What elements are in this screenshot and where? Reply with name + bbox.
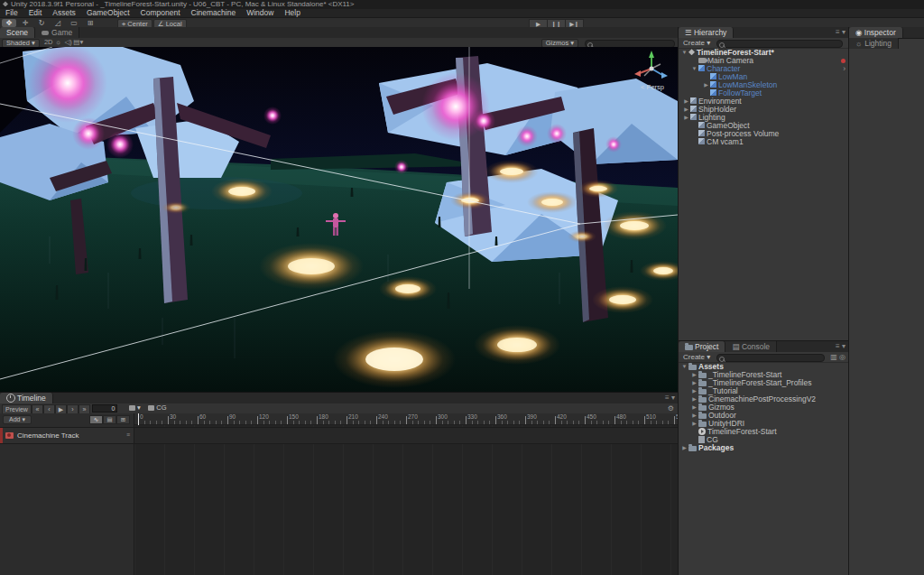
move-tool-button[interactable]: ✛ bbox=[18, 19, 32, 27]
expander-icon[interactable]: ▼ bbox=[680, 49, 688, 57]
cinemachine-track-icon bbox=[5, 432, 14, 439]
unity-logo-icon bbox=[3, 1, 8, 6]
cinemachine-track-lane[interactable] bbox=[134, 427, 678, 444]
tab-game[interactable]: Game bbox=[35, 27, 79, 38]
expander-icon[interactable]: ▶ bbox=[690, 395, 698, 403]
menu-assets[interactable]: Assets bbox=[52, 8, 76, 17]
expander-icon[interactable]: ▶ bbox=[690, 371, 698, 379]
expander-icon[interactable]: ▶ bbox=[690, 387, 698, 395]
scale-tool-button[interactable]: ◿ bbox=[51, 19, 65, 27]
menu-cinemachine[interactable]: Cinemachine bbox=[191, 8, 236, 17]
expander-icon[interactable]: ▶ bbox=[682, 97, 690, 106]
menu-file[interactable]: File bbox=[5, 8, 18, 17]
create-label: Create bbox=[683, 353, 705, 361]
hierarchy-panel: ☰ Hierarchy ≡ ▾ Create ▾ ▼TimelineForest… bbox=[678, 27, 848, 341]
project-tree: ▼Assets ▶_TimelineForest-Start ▶_Timelin… bbox=[679, 363, 848, 575]
project-item-folder[interactable]: ▶CinemachinePostProcessingV2 bbox=[679, 395, 848, 403]
hierarchy-create-button[interactable]: Create ▾ bbox=[680, 39, 713, 47]
prefab-arrow-icon[interactable]: › bbox=[843, 65, 845, 73]
timeline-asset-icon bbox=[698, 428, 706, 435]
timeline-playhead[interactable] bbox=[138, 413, 139, 425]
perspective-label[interactable]: < Persp bbox=[632, 83, 673, 91]
hierarchy-item-cm-vcam1[interactable]: CM vcam1 bbox=[679, 138, 848, 146]
hierarchy-item-character[interactable]: ▼Character› bbox=[679, 65, 848, 73]
track-label: Cinemachine Track bbox=[17, 431, 79, 440]
hierarchy-item-lighting[interactable]: ▶Lighting bbox=[679, 114, 848, 122]
tab-hierarchy[interactable]: ☰ Hierarchy bbox=[679, 27, 734, 38]
clock-icon bbox=[6, 394, 15, 403]
folder-icon bbox=[698, 389, 707, 394]
hand-tool-button[interactable]: ✥ bbox=[2, 19, 16, 27]
expander-icon[interactable]: ▶ bbox=[690, 403, 698, 412]
curves-view-button[interactable]: ∿ bbox=[89, 415, 103, 424]
timeline-settings-gear-icon[interactable]: ⚙ bbox=[668, 404, 674, 413]
hierarchy-item-postprocess-volume[interactable]: Post-process Volume bbox=[679, 130, 848, 138]
project-item-folder[interactable]: ▶Gizmos bbox=[679, 403, 848, 412]
ruler-label: 60 bbox=[199, 413, 206, 420]
hierarchy-search-input[interactable] bbox=[716, 40, 843, 48]
frame-field[interactable]: 0 bbox=[92, 404, 117, 413]
folder-icon bbox=[698, 381, 707, 386]
hierarchy-item-lowmanskeleton[interactable]: ▶LowManSkeleton bbox=[679, 81, 848, 89]
hierarchy-item-main-camera[interactable]: Main Camera bbox=[679, 57, 848, 65]
menu-edit[interactable]: Edit bbox=[29, 8, 42, 17]
tab-lighting-label: Lighting bbox=[864, 39, 892, 48]
tab-scene[interactable]: Scene bbox=[0, 27, 35, 38]
tab-project[interactable]: Project bbox=[679, 341, 725, 352]
rect-tool-button[interactable]: ▭ bbox=[67, 19, 81, 27]
ruler-label: 480 bbox=[616, 413, 626, 420]
menu-window[interactable]: Window bbox=[246, 8, 273, 17]
tab-inspector-label: Inspector bbox=[864, 28, 896, 37]
2d-toggle[interactable]: 2D bbox=[43, 38, 53, 47]
tab-hierarchy-label: Hierarchy bbox=[694, 28, 726, 37]
project-item-folder[interactable]: ▶Outdoor bbox=[679, 412, 848, 420]
director-binding-chip[interactable]: CG bbox=[148, 403, 166, 412]
expander-icon[interactable]: ▶ bbox=[682, 106, 690, 114]
expander-icon[interactable]: ▶ bbox=[690, 412, 698, 420]
project-item-folder[interactable]: ▶_TimelineForest-Start_Profiles bbox=[679, 379, 848, 387]
timeline-view-toggles: ∿▤⊞ bbox=[89, 415, 130, 424]
prefab-cube-icon bbox=[698, 65, 705, 71]
tab-timeline[interactable]: Timeline bbox=[0, 393, 53, 403]
project-search-filter-icons[interactable]: ▥ ◎ bbox=[830, 353, 845, 361]
hierarchy-item-scene-root[interactable]: ▼TimelineForest-Start* bbox=[679, 49, 848, 57]
folder-icon bbox=[698, 413, 707, 419]
timeline-ruler[interactable]: 0 30 60 90 120 150 180 210 240 270 300 3… bbox=[134, 413, 678, 425]
expander-icon[interactable]: ▶ bbox=[690, 420, 698, 428]
shading-mode-label: Shaded bbox=[6, 39, 30, 47]
expander-icon[interactable]: ▶ bbox=[682, 114, 690, 122]
unity-scene-icon bbox=[688, 49, 695, 55]
menu-help[interactable]: Help bbox=[284, 8, 300, 17]
clips-view-button[interactable]: ▤ bbox=[103, 415, 116, 424]
markers-view-button[interactable]: ⊞ bbox=[116, 415, 130, 424]
lighting-toggle-icon[interactable]: ☼ bbox=[53, 38, 63, 47]
tab-lighting[interactable]: ☼ Lighting bbox=[849, 38, 899, 49]
scene-viewport[interactable]: < Persp bbox=[0, 47, 678, 392]
expander-icon[interactable]: ▶ bbox=[702, 81, 710, 89]
project-search-input[interactable] bbox=[716, 354, 825, 362]
project-panel-menu[interactable]: ≡ ▾ bbox=[836, 341, 845, 352]
timeline-clip-area[interactable] bbox=[134, 425, 678, 575]
add-track-button[interactable]: Add ▾ bbox=[3, 415, 32, 424]
tab-console[interactable]: ▤ Console bbox=[725, 341, 777, 352]
transform-tool-button[interactable]: ⊞ bbox=[83, 19, 97, 27]
tab-inspector[interactable]: ◉ Inspector bbox=[849, 27, 903, 38]
expander-icon[interactable]: ▼ bbox=[680, 363, 688, 371]
track-menu-icon[interactable]: ≡ bbox=[126, 431, 130, 438]
expander-icon[interactable]: ▶ bbox=[680, 444, 688, 452]
project-item-timeline-asset[interactable]: TimelineForest-Start bbox=[679, 428, 848, 436]
director-camera-chip[interactable]: ▾ bbox=[129, 403, 141, 412]
film-icon bbox=[129, 405, 135, 411]
project-item-packages[interactable]: ▶Packages bbox=[679, 444, 848, 452]
hierarchy-panel-menu[interactable]: ≡ ▾ bbox=[836, 27, 845, 38]
menu-component[interactable]: Component bbox=[141, 8, 180, 17]
expander-icon[interactable]: ▶ bbox=[690, 379, 698, 387]
audio-toggle-icon[interactable]: ◁) bbox=[63, 38, 73, 47]
rotate-tool-button[interactable]: ↻ bbox=[34, 19, 49, 27]
expander-icon[interactable]: ▼ bbox=[690, 65, 698, 73]
menu-gameobject[interactable]: GameObject bbox=[87, 8, 130, 17]
project-create-button[interactable]: Create ▾ bbox=[680, 353, 713, 361]
timeline-panel-menu[interactable]: ≡ ▾ bbox=[665, 393, 675, 403]
effects-toggle-icon[interactable]: ▤▾ bbox=[73, 38, 83, 47]
cinemachine-track-header[interactable]: Cinemachine Track ≡ bbox=[0, 427, 134, 444]
